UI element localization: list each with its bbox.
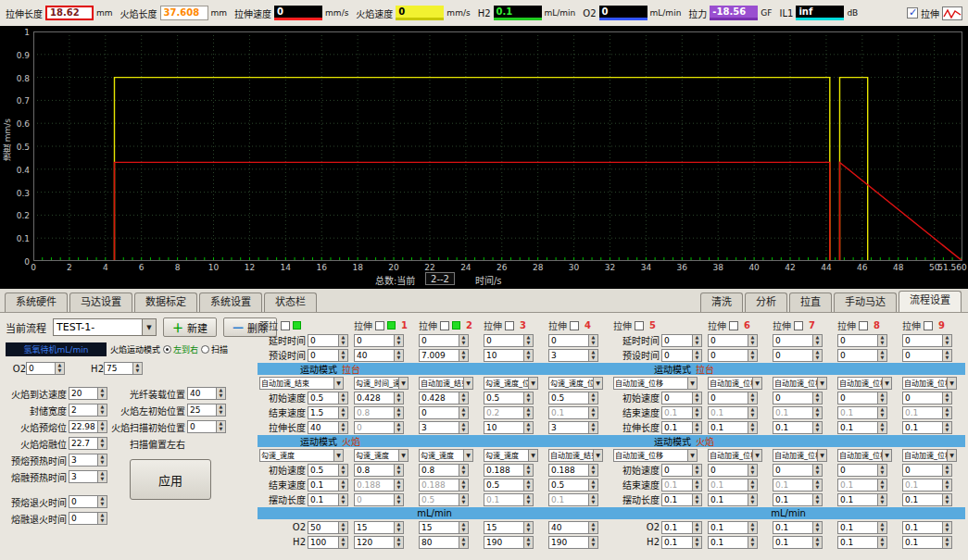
swing-field[interactable]: 0.1▲▼ <box>484 493 534 506</box>
chevron-down-icon[interactable]: ▼ <box>752 378 761 389</box>
stage_len-field[interactable]: 0.1▲▼ <box>773 421 823 434</box>
tab-right-1[interactable]: 分析 <box>745 292 787 312</box>
preset-field[interactable]: 7.009▲▼ <box>419 349 469 362</box>
stage_init-field[interactable]: 0▲▼ <box>708 392 758 404</box>
preset-field[interactable]: 0▲▼ <box>837 349 887 362</box>
stage_len-field[interactable]: 0▲▼ <box>354 421 404 434</box>
delay-field[interactable]: 0▲▼ <box>902 334 952 347</box>
spinner-icon[interactable]: ▲▼ <box>338 522 347 533</box>
chevron-down-icon[interactable]: ▼ <box>687 450 697 461</box>
h2-field[interactable]: 0.1▲▼ <box>661 536 702 549</box>
spinner-icon[interactable]: ▲▼ <box>394 465 403 476</box>
spinner-icon[interactable]: ▲▼ <box>942 537 951 548</box>
spinner-icon[interactable]: ▲▼ <box>942 422 951 433</box>
swing-field[interactable]: 0.1▲▼ <box>661 493 702 506</box>
stage_end-field[interactable]: 0.1▲▼ <box>773 406 823 419</box>
tab-left-3[interactable]: 系统设置 <box>199 292 262 312</box>
tab-right-3[interactable]: 手动马达 <box>834 292 897 312</box>
swing-field[interactable]: 0.1▲▼ <box>902 493 952 506</box>
param-field[interactable]: 3▲▼ <box>69 470 107 483</box>
step-checkbox[interactable] <box>375 321 384 330</box>
param-field[interactable]: 0▲▼ <box>187 420 226 433</box>
spinner-icon[interactable]: ▲▼ <box>523 465 533 476</box>
spinner-icon[interactable]: ▲▼ <box>692 335 701 346</box>
stage_len-field[interactable]: 3▲▼ <box>548 421 598 434</box>
spinner-icon[interactable]: ▲▼ <box>97 471 107 482</box>
h2-field[interactable]: 0.1▲▼ <box>708 536 758 549</box>
spinner-icon[interactable]: ▲▼ <box>942 522 951 533</box>
stage_end-field[interactable]: 0▲▼ <box>419 406 469 419</box>
stage_init-field[interactable]: 0▲▼ <box>837 392 887 404</box>
spinner-icon[interactable]: ▲▼ <box>216 421 225 432</box>
spinner-icon[interactable]: ▲▼ <box>748 422 757 433</box>
flame_init-field[interactable]: 0.8▲▼ <box>354 464 404 477</box>
spinner-icon[interactable]: ▲▼ <box>338 494 347 505</box>
flame_init-field[interactable]: 0▲▼ <box>661 464 702 477</box>
spinner-icon[interactable]: ▲▼ <box>523 350 533 361</box>
stretch-toggle[interactable]: 拉伸 <box>907 6 962 20</box>
spinner-icon[interactable]: ▲▼ <box>338 422 347 433</box>
stage_init-field[interactable]: 0▲▼ <box>902 392 952 404</box>
spinner-icon[interactable]: ▲▼ <box>394 479 403 491</box>
spinner-icon[interactable]: ▲▼ <box>812 479 822 491</box>
spinner-icon[interactable]: ▲▼ <box>97 438 107 449</box>
delay-field[interactable]: 0▲▼ <box>773 334 823 347</box>
spinner-icon[interactable]: ▲▼ <box>942 335 951 346</box>
stage_end-field[interactable]: 0.1▲▼ <box>902 406 952 419</box>
mode-dropdown[interactable]: 勾速_速度_位▼ <box>548 377 603 390</box>
h2-standby-field[interactable]: 75▲▼ <box>104 362 143 375</box>
spinner-icon[interactable]: ▲▼ <box>692 392 701 404</box>
param-field[interactable]: 3▲▼ <box>69 454 107 467</box>
mode-dropdown[interactable]: 自动加速_位移▼ <box>837 449 892 462</box>
mode-dropdown[interactable]: 自动加速_位移▼ <box>613 377 698 390</box>
swing-field[interactable]: 0▲▼ <box>354 493 404 506</box>
flame_end-field[interactable]: 0.188▲▼ <box>354 479 404 492</box>
spinner-icon[interactable]: ▲▼ <box>338 335 347 346</box>
spinner-icon[interactable]: ▲▼ <box>877 465 886 476</box>
spinner-icon[interactable]: ▲▼ <box>216 388 225 399</box>
spinner-icon[interactable]: ▲▼ <box>338 479 347 491</box>
stage_end-field[interactable]: 1.5▲▼ <box>308 406 348 419</box>
param-field[interactable]: 0▲▼ <box>69 512 107 525</box>
chevron-down-icon[interactable]: ▼ <box>817 378 826 389</box>
chevron-down-icon[interactable]: ▼ <box>752 450 761 461</box>
spinner-icon[interactable]: ▲▼ <box>523 422 533 433</box>
step-checkbox[interactable] <box>924 321 933 330</box>
spinner-icon[interactable]: ▲▼ <box>523 407 533 418</box>
flame_end-field[interactable]: 0.5▲▼ <box>548 479 598 492</box>
o2-field[interactable]: 0.1▲▼ <box>773 521 823 534</box>
chevron-down-icon[interactable]: ▼ <box>528 378 537 389</box>
stage_init-field[interactable]: 0.5▲▼ <box>548 392 598 404</box>
stage_len-field[interactable]: 0.1▲▼ <box>708 421 758 434</box>
spinner-icon[interactable]: ▲▼ <box>748 465 757 476</box>
spinner-icon[interactable]: ▲▼ <box>877 350 886 361</box>
spinner-icon[interactable]: ▲▼ <box>523 392 533 404</box>
spinner-icon[interactable]: ▲▼ <box>394 392 403 404</box>
mode-dropdown[interactable]: 自动加速_位移▼ <box>773 449 827 462</box>
tab-left-1[interactable]: 马达设置 <box>69 292 132 312</box>
stage_end-field[interactable]: 0.8▲▼ <box>354 406 404 419</box>
o2-field[interactable]: 40▲▼ <box>548 521 598 534</box>
o2-field[interactable]: 0.1▲▼ <box>708 521 758 534</box>
mode-dropdown[interactable]: 勾速_速度▼ <box>259 449 344 462</box>
o2-field[interactable]: 15▲▼ <box>419 521 469 534</box>
spinner-icon[interactable]: ▲▼ <box>942 350 951 361</box>
spinner-icon[interactable]: ▲▼ <box>459 522 468 533</box>
spinner-icon[interactable]: ▲▼ <box>459 335 468 346</box>
o2-standby-field[interactable]: 0▲▼ <box>26 362 65 375</box>
spinner-icon[interactable]: ▲▼ <box>748 522 757 533</box>
spinner-icon[interactable]: ▲▼ <box>394 522 403 533</box>
o2-field[interactable]: 50▲▼ <box>308 521 348 534</box>
spinner-icon[interactable]: ▲▼ <box>97 388 107 399</box>
o2-field[interactable]: 15▲▼ <box>354 521 404 534</box>
mode-dropdown[interactable]: 自动加速_位移▼ <box>613 449 698 462</box>
chevron-down-icon[interactable]: ▼ <box>882 450 891 461</box>
spinner-icon[interactable]: ▲▼ <box>459 479 468 491</box>
flame_init-field[interactable]: 0.188▲▼ <box>484 464 534 477</box>
spinner-icon[interactable]: ▲▼ <box>942 494 951 505</box>
delay-field[interactable]: 0▲▼ <box>708 334 758 347</box>
spinner-icon[interactable]: ▲▼ <box>523 335 533 346</box>
spinner-icon[interactable]: ▲▼ <box>394 537 403 548</box>
spinner-icon[interactable]: ▲▼ <box>748 407 757 418</box>
param-field[interactable]: 22.7▲▼ <box>69 437 107 450</box>
